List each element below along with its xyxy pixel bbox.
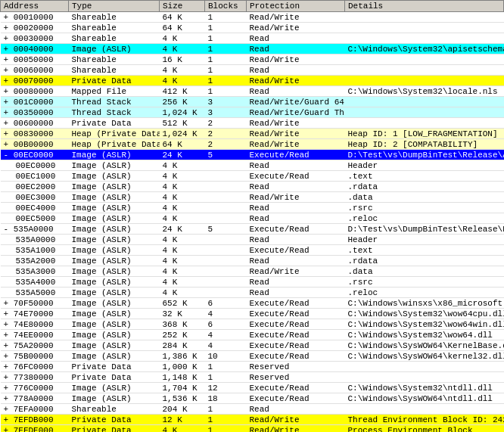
cell-details: Heap ID: 1 [LOW_FRAGMENTATION]: [345, 129, 504, 139]
cell-blocks: 1: [205, 76, 247, 86]
cell-type: Private Data: [69, 76, 160, 86]
table-row[interactable]: + 00030000Shareable4 K1Read: [1, 33, 504, 44]
cell-address: + 00020000: [1, 23, 69, 33]
cell-address: 00EC0000: [1, 160, 69, 171]
table-row[interactable]: + 76FC0000Private Data1,000 K1Reserved: [1, 362, 504, 372]
cell-size: 4 K: [160, 65, 205, 76]
table-row[interactable]: 535A5000Image (ASLR)4 KRead.reloc: [1, 287, 504, 298]
cell-type: Image (ASLR): [69, 192, 160, 203]
cell-size: 4 K: [160, 33, 205, 44]
table-row[interactable]: + 00040000Image (ASLR)4 K1ReadC:\Windows…: [1, 44, 504, 54]
table-row[interactable]: + 7EFDB000Private Data12 K1Read/WriteThr…: [1, 415, 504, 425]
cell-protection: Read: [247, 404, 345, 415]
cell-protection: Read: [247, 86, 345, 97]
cell-blocks: 3: [205, 107, 247, 118]
cell-protection: Read/Write: [247, 54, 345, 65]
cell-address: + 7EFDE000: [1, 425, 69, 433]
table-row[interactable]: 00EC3000Image (ASLR)4 KRead/Write.data: [1, 192, 504, 203]
cell-details: C:\Windows\System32\wow64cpu.dll: [345, 309, 504, 319]
cell-address: + 7EFA0000: [1, 404, 69, 415]
cell-details: Header: [345, 235, 504, 245]
cell-size: 4 K: [160, 235, 205, 245]
cell-type: Private Data: [69, 415, 160, 425]
table-row[interactable]: 535A0000Image (ASLR)4 KReadHeader: [1, 235, 504, 245]
table-row[interactable]: + 00350000Thread Stack1,024 K3Read/Write…: [1, 107, 504, 118]
table-row[interactable]: + 00050000Shareable16 K1Read/Write: [1, 54, 504, 65]
table-row[interactable]: + 7EFDE000Private Data4 K1Read/WriteProc…: [1, 425, 504, 433]
cell-type: Mapped File: [69, 86, 160, 97]
cell-blocks: [205, 287, 247, 298]
cell-type: Shareable: [69, 23, 160, 33]
table-row[interactable]: + 70F50000Image (ASLR)652 K6Execute/Read…: [1, 298, 504, 309]
table-row[interactable]: + 00070000Private Data4 K1Read/Write: [1, 76, 504, 86]
cell-details: .text: [345, 245, 504, 256]
table-row[interactable]: + 00010000Shareable64 K1Read/Write: [1, 12, 504, 23]
cell-type: Image (ASLR): [69, 298, 160, 309]
cell-details: .rdata: [345, 182, 504, 192]
table-row[interactable]: 00EC0000Image (ASLR)4 KReadHeader: [1, 160, 504, 171]
cell-address: + 00600000: [1, 118, 69, 129]
cell-protection: Execute/Read: [247, 319, 345, 330]
table-row[interactable]: - 00EC0000Image (ASLR)24 K5Execute/ReadD…: [1, 150, 504, 160]
table-row[interactable]: 00EC5000Image (ASLR)4 KRead.reloc: [1, 213, 504, 224]
table-row[interactable]: + 001C0000Thread Stack256 K3Read/Write/G…: [1, 97, 504, 107]
cell-blocks: [205, 266, 247, 277]
cell-protection: Read: [247, 287, 345, 298]
cell-blocks: 1: [205, 23, 247, 33]
cell-size: 64 K: [160, 139, 205, 150]
table-row[interactable]: - 535A0000Image (ASLR)24 K5Execute/ReadD…: [1, 224, 504, 235]
cell-blocks: 10: [205, 351, 247, 362]
table-row[interactable]: + 74E80000Image (ASLR)368 K6Execute/Read…: [1, 319, 504, 330]
table-row[interactable]: 535A3000Image (ASLR)4 KRead/Write.data: [1, 266, 504, 277]
table-row[interactable]: + 7EFA0000Shareable204 K1Read: [1, 404, 504, 415]
table-row[interactable]: + 00B00000Heap (Private Data)64 K2Read/W…: [1, 139, 504, 150]
table-row[interactable]: + 75A20000Image (ASLR)284 K4Execute/Read…: [1, 340, 504, 351]
cell-protection: Read/Write: [247, 129, 345, 139]
cell-size: 12 K: [160, 415, 205, 425]
cell-address: + 74E80000: [1, 319, 69, 330]
cell-type: Image (ASLR): [69, 309, 160, 319]
cell-blocks: 4: [205, 340, 247, 351]
cell-blocks: 2: [205, 139, 247, 150]
cell-protection: Read: [247, 256, 345, 266]
cell-address: 00EC1000: [1, 171, 69, 182]
table-row[interactable]: + 00020000Shareable64 K1Read/Write: [1, 23, 504, 33]
cell-size: 1,386 K: [160, 351, 205, 362]
table-row[interactable]: 535A1000Image (ASLR)4 KExecute/Read.text: [1, 245, 504, 256]
col-header-size: Size: [160, 1, 205, 12]
cell-protection: Read/Write: [247, 415, 345, 425]
table-row[interactable]: + 74EE0000Image (ASLR)252 K4Execute/Read…: [1, 330, 504, 340]
cell-details: [345, 404, 504, 415]
cell-details: C:\Windows\System32\ntdll.dll: [345, 383, 504, 393]
cell-protection: Execute/Read: [247, 150, 345, 160]
cell-type: Image (ASLR): [69, 266, 160, 277]
table-row[interactable]: 00EC1000Image (ASLR)4 KExecute/Read.text: [1, 171, 504, 182]
cell-size: 24 K: [160, 150, 205, 160]
table-row[interactable]: + 00060000Shareable4 K1Read: [1, 65, 504, 76]
table-row[interactable]: + 00600000Private Data512 K2Read/Write: [1, 118, 504, 129]
cell-address: + 001C0000: [1, 97, 69, 107]
cell-protection: Read: [247, 235, 345, 245]
cell-type: Image (ASLR): [69, 340, 160, 351]
table-row[interactable]: + 00080000Mapped File412 K1ReadC:\Window…: [1, 86, 504, 97]
cell-size: 1,024 K: [160, 107, 205, 118]
cell-type: Image (ASLR): [69, 351, 160, 362]
table-row[interactable]: + 77380000Private Data1,148 K1Reserved: [1, 372, 504, 383]
cell-details: C:\Windows\SysWOW64\kernel32.dll: [345, 351, 504, 362]
table-row[interactable]: 535A4000Image (ASLR)4 KRead.rsrc: [1, 277, 504, 287]
cell-protection: Execute/Read: [247, 351, 345, 362]
cell-type: Shareable: [69, 54, 160, 65]
table-row[interactable]: + 778A0000Image (ASLR)1,536 K18Execute/R…: [1, 393, 504, 404]
cell-size: 64 K: [160, 23, 205, 33]
cell-size: 368 K: [160, 319, 205, 330]
cell-address: 535A2000: [1, 256, 69, 266]
table-row[interactable]: + 74E70000Image (ASLR)32 K4Execute/ReadC…: [1, 309, 504, 319]
table-row[interactable]: + 776C0000Image (ASLR)1,704 K12Execute/R…: [1, 383, 504, 393]
table-row[interactable]: 00EC4000Image (ASLR)4 KRead.rsrc: [1, 203, 504, 213]
table-row[interactable]: 00EC2000Image (ASLR)4 KRead.rdata: [1, 182, 504, 192]
cell-details: Process Environment Block: [345, 425, 504, 433]
cell-protection: Execute/Read: [247, 224, 345, 235]
table-row[interactable]: 535A2000Image (ASLR)4 KRead.rdata: [1, 256, 504, 266]
table-row[interactable]: + 75B00000Image (ASLR)1,386 K10Execute/R…: [1, 351, 504, 362]
table-row[interactable]: + 00830000Heap (Private Data)1,024 K2Rea…: [1, 129, 504, 139]
